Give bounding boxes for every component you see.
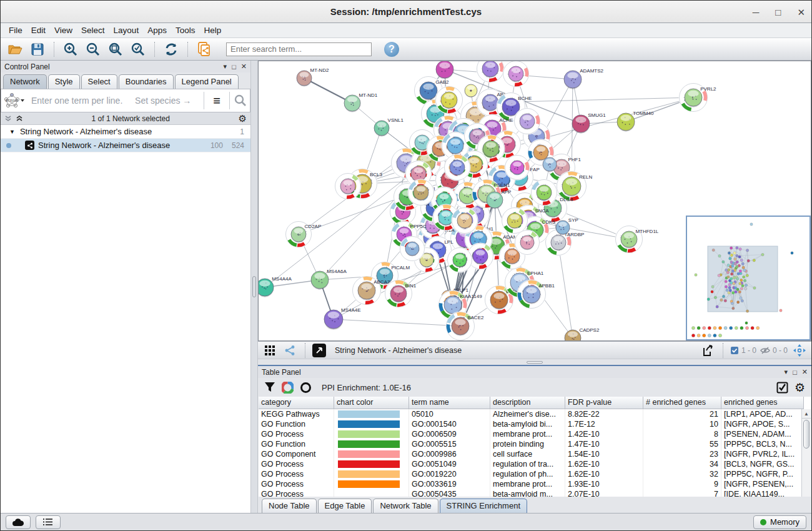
grid-view-button[interactable] — [262, 344, 278, 357]
panel-menu-icon[interactable]: ▾ — [224, 62, 227, 71]
network-node-abca7[interactable]: ABCA7 — [353, 277, 390, 305]
column-header-6[interactable]: enriched genes — [721, 397, 804, 409]
pan-navigation-button[interactable] — [791, 344, 808, 357]
network-options-gear-icon[interactable]: ⚙ — [239, 113, 247, 124]
hidden-nodes-badge[interactable]: 0 - 0 — [760, 346, 788, 355]
zoom-fit-button[interactable] — [106, 41, 125, 58]
table-row[interactable]: GO FunctionGO:0005515protein binding1.47… — [259, 439, 811, 449]
network-node-ms4a4e[interactable]: MS4A4E — [324, 307, 361, 330]
panel-close-icon[interactable]: ✕ — [241, 62, 247, 71]
donut-chart-icon[interactable] — [282, 382, 294, 394]
birds-eye-graph[interactable] — [687, 217, 810, 339]
network-node[interactable] — [532, 180, 557, 206]
network-node-mt-nd1[interactable]: MT-ND1 — [344, 92, 378, 112]
network-node[interactable] — [515, 231, 540, 255]
network-node[interactable] — [543, 157, 557, 172]
network-node-tomm40[interactable]: TOMM40 — [617, 111, 654, 132]
network-node-bin1[interactable]: BIN1 — [385, 280, 417, 307]
network-node[interactable] — [445, 155, 470, 181]
zoom-selected-button[interactable] — [129, 41, 147, 58]
filter-icon[interactable] — [264, 382, 275, 393]
scroll-up-arrow[interactable]: ▲ — [802, 409, 811, 419]
tree-expand-icon[interactable]: ▼ — [9, 129, 15, 135]
tab-network-table[interactable]: Network Table — [373, 499, 438, 513]
tab-node-table[interactable]: Node Table — [262, 499, 317, 513]
tab-style[interactable]: Style — [48, 74, 80, 89]
maximize-button[interactable]: □ — [775, 7, 781, 17]
network-node-adamts2[interactable]: ADAMTS2 — [564, 68, 604, 89]
ring-chart-icon[interactable] — [300, 382, 312, 394]
network-from-selection-button[interactable] — [195, 41, 214, 58]
network-node-cadps2[interactable]: CADPS2 — [565, 327, 600, 340]
scrollbar-thumb[interactable] — [803, 420, 810, 449]
network-node[interactable] — [408, 180, 434, 206]
menu-view[interactable]: View — [50, 24, 77, 36]
tab-network[interactable]: Network — [3, 74, 47, 89]
tab-string-enrichment[interactable]: STRING Enrichment — [440, 499, 527, 513]
network-canvas[interactable]: MT-ND2MT-ND1VSNL1GAB2IRS1CHATABCA1BCHEAC… — [258, 61, 811, 341]
menu-select[interactable]: Select — [77, 24, 109, 36]
enrichment-settings-gear-icon[interactable]: ⚙ — [795, 382, 805, 394]
table-row[interactable]: GO ComponentGO:0009986cell surface1.54E-… — [259, 449, 811, 459]
table-row[interactable]: GO ProcessGO:0019220regulation of ph...1… — [259, 469, 811, 479]
collapse-all-icon[interactable] — [4, 115, 12, 122]
zoom-out-button[interactable] — [84, 41, 102, 58]
network-node[interactable] — [452, 208, 478, 234]
panel-float-icon[interactable]: □ — [232, 63, 236, 71]
export-image-button[interactable] — [700, 344, 716, 357]
tab-legend-panel[interactable]: Legend Panel — [175, 74, 239, 89]
tab-boundaries[interactable]: Boundaries — [119, 74, 174, 89]
network-node-mthfd1l[interactable]: MTHFD1L — [616, 226, 659, 253]
network-node[interactable] — [335, 174, 361, 199]
table-row[interactable]: GO ProcessGO:0006509membrane prot...1.42… — [259, 429, 811, 439]
table-row[interactable]: GO FunctionGO:0001540beta-amyloid bi...1… — [259, 419, 811, 429]
network-node[interactable] — [500, 244, 525, 269]
network-node[interactable] — [436, 87, 463, 114]
table-scrollbar[interactable]: ▲ — [801, 409, 811, 497]
cloud-button[interactable] — [6, 515, 31, 529]
detach-view-button[interactable] — [312, 344, 326, 357]
zoom-in-button[interactable] — [61, 41, 80, 58]
column-header-5[interactable]: # enriched genes — [643, 397, 721, 409]
close-button[interactable]: ✕ — [797, 7, 805, 17]
column-header-3[interactable]: description — [490, 397, 565, 409]
refresh-network-button[interactable] — [162, 41, 181, 58]
network-node-apbb1[interactable]: APBB1 — [518, 280, 555, 309]
column-header-4[interactable]: FDR p-value — [565, 397, 643, 409]
string-options-menu-icon[interactable]: ≡ — [208, 94, 225, 108]
menu-tools[interactable]: Tools — [171, 24, 200, 36]
network-node-pvrl2[interactable]: PVRL2 — [680, 84, 717, 112]
selected-nodes-badge[interactable]: 1 - 0 — [730, 346, 756, 355]
network-node[interactable] — [477, 61, 504, 82]
expand-all-icon[interactable] — [16, 115, 23, 122]
column-header-2[interactable]: term name — [409, 397, 490, 409]
network-node-mt-nd2[interactable]: MT-ND2 — [297, 67, 329, 86]
menu-layout[interactable]: Layout — [109, 24, 144, 36]
memory-button[interactable]: Memory — [753, 515, 806, 529]
save-session-button[interactable] — [28, 41, 47, 58]
network-node[interactable] — [465, 84, 477, 97]
network-node[interactable] — [502, 208, 528, 234]
search-input[interactable] — [226, 42, 372, 56]
string-search-icon[interactable] — [234, 94, 247, 107]
menu-file[interactable]: File — [4, 24, 27, 36]
panel-float-icon[interactable]: □ — [793, 369, 797, 376]
menu-help[interactable]: Help — [199, 24, 225, 36]
table-row[interactable]: GO ProcessGO:0051049regulation of tra...… — [259, 459, 811, 469]
menu-edit[interactable]: Edit — [27, 24, 50, 36]
task-history-button[interactable] — [36, 515, 61, 529]
splitter-grip[interactable] — [527, 361, 543, 364]
column-header-1[interactable]: chart color — [334, 397, 409, 409]
help-button[interactable]: ? — [384, 42, 399, 57]
panel-close-icon[interactable]: ✕ — [802, 368, 808, 376]
select-rows-checkbox-icon[interactable] — [776, 382, 788, 394]
network-node-ms4a4a[interactable]: MS4A4A — [259, 276, 292, 297]
network-node-bace2[interactable]: BACE2 — [447, 312, 484, 340]
column-header-0[interactable]: category — [259, 397, 334, 409]
network-node[interactable] — [503, 61, 529, 87]
network-row-selected[interactable]: String Network - Alzheimer's disease 100… — [1, 139, 250, 152]
network-node[interactable] — [436, 61, 453, 79]
network-node[interactable] — [400, 237, 425, 261]
horizontal-splitter[interactable] — [258, 359, 811, 365]
table-row[interactable]: GO ProcessGO:0033619membrane prot...1.93… — [259, 479, 811, 489]
